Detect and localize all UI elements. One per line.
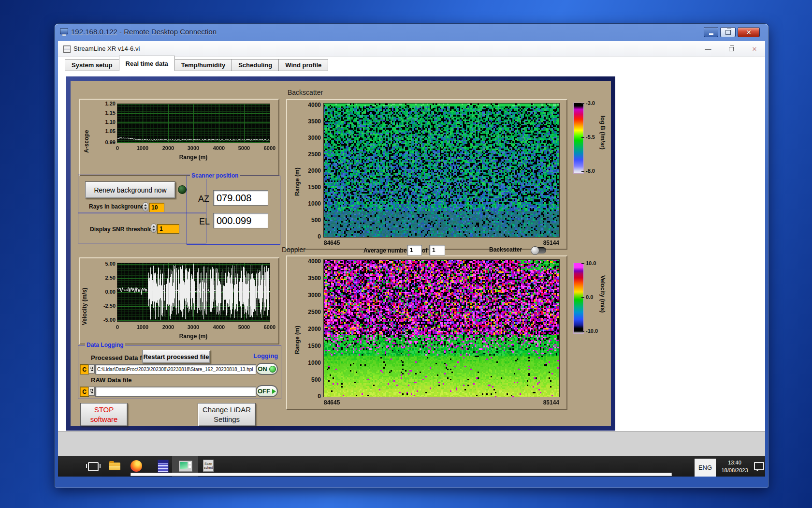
vi-file-icon [63, 45, 71, 53]
close-button[interactable]: ✕ [738, 27, 760, 37]
tab-real-time-data[interactable]: Real time data [119, 56, 175, 71]
scan-scheduler-icon[interactable]: Scan sched [203, 460, 214, 472]
backscatter-ytick: 500 [302, 217, 321, 224]
firefox-icon[interactable] [130, 460, 142, 472]
action-center-icon[interactable] [754, 462, 764, 470]
change-lidar-settings-button[interactable]: Change LiDAR Settings [198, 403, 256, 426]
backscatter-ytick: 4000 [302, 102, 321, 108]
doppler-ytick: 1000 [302, 359, 321, 366]
velocity-xtick: 6000 [260, 324, 279, 330]
restart-processed-file-button[interactable]: Restart processed file [142, 350, 210, 363]
logging-on-button[interactable]: ON [256, 363, 278, 375]
snr-value-field[interactable]: 1 [157, 224, 179, 234]
app-window: StreamLine XR v14-6.vi — ✕ System setup … [58, 41, 765, 432]
app-minimize-button[interactable]: — [701, 44, 715, 54]
processed-path-field[interactable]: C:\Lidar\Data\Proc\2023\202308\20230818\… [95, 364, 256, 374]
raw-drive-selector[interactable]: C [80, 387, 89, 397]
display-snr-threshold-label: Display SNR threshold [90, 226, 152, 233]
file-explorer-icon[interactable] [109, 463, 120, 470]
ascope-y-axis-label: A-scope [83, 114, 90, 153]
backscatter-ytick: 1500 [302, 184, 321, 191]
raw-data-file-label: RAW Data file [91, 376, 132, 384]
logging-off-button[interactable]: OFF [256, 385, 278, 397]
remote-desktop: StreamLine XR v14-6.vi — ✕ System setup … [58, 41, 765, 477]
velocity-y-axis-label: Velocity (m/s) [81, 272, 88, 325]
ascope-ytick: 0.99 [96, 139, 116, 145]
doppler-x-start: 84645 [324, 399, 340, 406]
backscatter-ytick: 2500 [302, 151, 321, 158]
ascope-ytick: 1.15 [96, 110, 116, 116]
velocity-ytick: 0.00 [95, 289, 116, 295]
az-label: AZ [198, 194, 209, 204]
snr-spinner[interactable] [151, 224, 157, 233]
backscatter-toggle[interactable] [532, 247, 546, 254]
tab-system-setup[interactable]: System setup [65, 59, 119, 71]
stop-software-button[interactable]: STOP software [80, 403, 128, 426]
el-value-field[interactable]: 000.099 [213, 213, 268, 228]
velocity-x-axis-label: Range (m) [155, 333, 232, 340]
velocity-ytick: -5.00 [95, 317, 116, 323]
rays-spinner[interactable] [143, 202, 148, 211]
app-close-button[interactable]: ✕ [747, 44, 762, 54]
close-icon: ✕ [746, 29, 752, 36]
language-indicator[interactable]: ENG [695, 459, 716, 477]
maximize-button[interactable] [720, 27, 736, 37]
ascope-xtick: 2000 [159, 145, 178, 151]
doppler-ytick: 3500 [302, 275, 321, 282]
average-total-field[interactable]: 1 [429, 245, 445, 255]
off-label: OFF [258, 388, 270, 395]
rdp-window-title: 192.168.0.122 - Remote Desktop Connectio… [71, 28, 217, 36]
app-restore-button[interactable] [724, 44, 739, 54]
el-label: EL [199, 217, 210, 227]
clock-date: 18/08/2023 [717, 466, 753, 474]
taskbar-clock[interactable]: 13:40 18/08/2023 [717, 459, 753, 474]
processed-drive-selector[interactable]: C [80, 364, 89, 374]
ascope-xtick: 4000 [209, 145, 229, 151]
on-led-icon [269, 366, 276, 373]
data-logging-group: Data Logging Processed Data file Restart… [78, 345, 281, 399]
tab-strip: System setup Real time data Temp/humidit… [65, 57, 328, 71]
horizontal-scrollbar[interactable] [130, 473, 672, 476]
velocity-ytick: 5.00 [95, 261, 116, 267]
ascope-xtick: 6000 [260, 145, 279, 151]
renew-background-button[interactable]: Renew background now [85, 181, 175, 198]
backscatter-colorbar-label: log B (/m/sr) [599, 116, 606, 164]
velocity-graph: Velocity (m/s) 5.00 2.50 0.00 -2.50 -5.0… [79, 257, 279, 344]
rays-value-field[interactable]: 10 [149, 203, 164, 212]
tab-temp-humidity[interactable]: Temp/humidity [175, 59, 232, 71]
backscatter-plot-area [324, 104, 559, 237]
average-number-field[interactable]: 1 [407, 245, 422, 255]
task-view-icon[interactable] [88, 462, 99, 471]
processed-browse-icon[interactable] [88, 364, 95, 374]
backscatter-ytick: 0 [302, 233, 321, 240]
doppler-y-axis-label: Range (m) [294, 311, 301, 354]
doppler-colorbar-label: Velocity (m/s) [599, 275, 606, 329]
doppler-ytick: 4000 [302, 258, 321, 265]
labview-app-icon[interactable] [158, 460, 169, 473]
velocity-xtick: 0 [108, 324, 127, 330]
raw-browse-icon[interactable] [88, 387, 95, 396]
tab-scheduling[interactable]: Scheduling [232, 59, 279, 71]
velocity-xtick: 3000 [184, 324, 203, 330]
panel-surface: A-scope 1.20 1.15 1.10 1.05 0.99 0 1000 … [71, 81, 611, 426]
backscatter-colorbar-tick: -5.5 [586, 134, 595, 140]
clock-time: 13:40 [717, 459, 753, 466]
minimize-button[interactable] [704, 27, 718, 37]
tab-wind-profile[interactable]: Wind profile [279, 59, 328, 71]
doppler-ytick: 0 [302, 393, 321, 400]
doppler-title: Doppler [282, 246, 305, 254]
app-titlebar: StreamLine XR v14-6.vi — ✕ [58, 41, 765, 57]
average-number-label: Average number [363, 247, 409, 254]
ascope-ytick: 1.20 [96, 101, 116, 106]
restore-icon [725, 30, 731, 35]
change-line1: Change LiDAR [203, 405, 251, 415]
app-title: StreamLine XR v14-6.vi [73, 45, 140, 52]
ascope-xtick: 0 [108, 145, 127, 151]
doppler-graph: Range (m) 4000 3500 3000 2500 2000 1500 … [286, 255, 567, 410]
front-panel: A-scope 1.20 1.15 1.10 1.05 0.99 0 1000 … [66, 76, 615, 431]
az-value-field[interactable]: 079.008 [213, 190, 268, 206]
raw-path-field[interactable] [95, 387, 256, 397]
backscatter-ytick: 1000 [302, 200, 321, 207]
stop-line2: software [90, 415, 118, 424]
velocity-xtick: 5000 [234, 324, 254, 330]
